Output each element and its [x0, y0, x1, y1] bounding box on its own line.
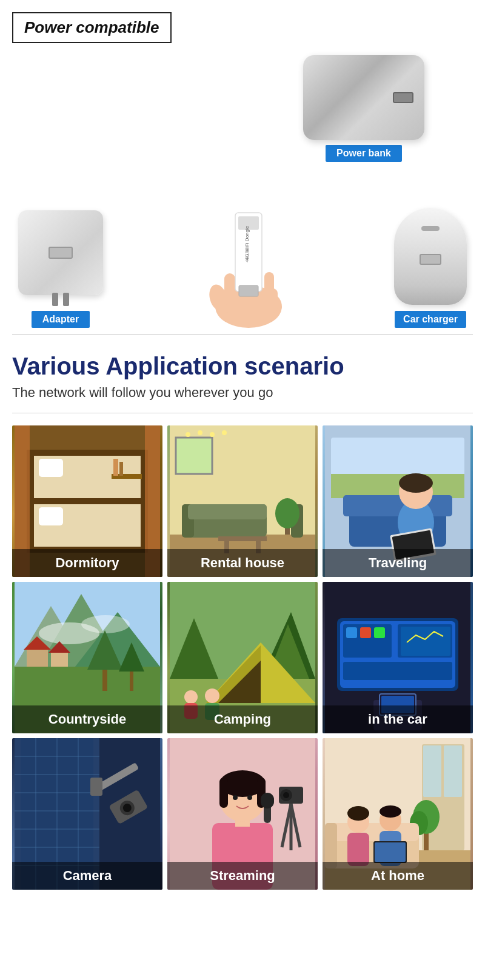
svg-rect-47: [331, 474, 464, 498]
application-scenario-section: Various Application scenario The network…: [0, 335, 485, 902]
svg-point-121: [247, 795, 252, 800]
svg-rect-14: [27, 498, 148, 504]
car-charger-label: Car charger: [395, 311, 466, 328]
scenario-label-countryside: Countryside: [12, 705, 162, 733]
svg-rect-66: [102, 667, 107, 691]
power-compatible-label: Power compatible: [24, 18, 159, 36]
svg-point-80: [184, 690, 198, 704]
svg-point-52: [399, 473, 433, 493]
adapter-image: [18, 210, 103, 295]
scenario-label-camping: Camping: [167, 705, 318, 733]
scenario-item-traveling: Traveling: [323, 425, 473, 577]
svg-rect-134: [423, 745, 441, 797]
svg-rect-123: [261, 793, 274, 808]
car-charger-usb: [420, 254, 441, 265]
dongle-hand-item: 4G WiFi Dongle 4G LTE: [188, 195, 309, 328]
svg-rect-42: [218, 536, 267, 541]
adapter-prongs: [52, 293, 69, 306]
scenario-label-dormitory: Dormitory: [12, 549, 162, 577]
svg-rect-149: [375, 842, 406, 862]
scenario-item-car: in the car: [323, 582, 473, 733]
app-section-title: Various Application scenario: [12, 353, 473, 380]
scenario-label-streaming: Streaming: [167, 862, 318, 890]
adapter-label: Adapter: [32, 311, 90, 328]
power-bank-item: Power bank: [303, 55, 424, 162]
scenario-item-rental: Rental house: [167, 425, 318, 577]
svg-rect-88: [346, 627, 357, 638]
svg-rect-39: [188, 504, 267, 519]
svg-rect-25: [113, 459, 118, 476]
app-section-subtitle: The network will follow you wherever you…: [12, 385, 473, 401]
prong-right: [63, 293, 69, 306]
scenario-label-rental: Rental house: [167, 549, 318, 577]
scenario-item-streaming: Streaming: [167, 738, 318, 890]
svg-point-120: [233, 795, 238, 800]
svg-rect-26: [119, 462, 123, 476]
scenario-item-home: At home: [323, 738, 473, 890]
bottom-row: Adapter: [12, 195, 473, 328]
prong-left: [52, 293, 58, 306]
scenario-grid: Dormitory: [12, 425, 473, 890]
svg-rect-13: [27, 450, 148, 456]
dongle-hand-image: 4G WiFi Dongle 4G LTE: [188, 195, 309, 328]
adapter-usb-port: [48, 247, 73, 259]
svg-point-60: [81, 615, 130, 633]
svg-rect-64: [51, 652, 68, 667]
svg-point-32: [186, 432, 190, 437]
scenario-label-traveling: Traveling: [323, 549, 473, 577]
svg-rect-118: [219, 778, 228, 808]
svg-rect-30: [176, 438, 212, 474]
scenario-label-car: in the car: [323, 705, 473, 733]
scenario-item-camera: Camera: [12, 738, 162, 890]
scenario-label-camera: Camera: [12, 862, 162, 890]
power-bank-image: [303, 55, 424, 140]
power-compatible-label-box: Power compatible: [12, 12, 172, 43]
svg-rect-87: [343, 662, 452, 680]
svg-point-78: [205, 688, 219, 703]
svg-rect-89: [360, 627, 371, 638]
adapter-item: Adapter: [18, 210, 103, 328]
svg-rect-140: [325, 823, 419, 841]
svg-rect-49: [343, 495, 452, 516]
svg-text:4G LTE: 4G LTE: [245, 248, 249, 262]
svg-rect-90: [374, 627, 385, 638]
car-charger-item: Car charger: [394, 208, 467, 328]
scenario-item-camping: Camping: [167, 582, 318, 733]
svg-rect-21: [39, 507, 63, 525]
svg-point-147: [380, 805, 401, 818]
svg-point-144: [347, 806, 369, 821]
svg-point-33: [198, 430, 202, 435]
scenario-label-home: At home: [323, 862, 473, 890]
power-images-container: Power bank Adapter: [12, 55, 473, 328]
svg-rect-112: [90, 778, 102, 796]
svg-rect-143: [347, 833, 369, 866]
svg-point-126: [283, 792, 289, 798]
power-bank-label: Power bank: [326, 145, 402, 162]
car-charger-image: [394, 208, 467, 305]
svg-point-34: [210, 432, 215, 437]
divider-2: [12, 413, 473, 413]
svg-point-41: [275, 498, 299, 528]
svg-point-35: [222, 430, 227, 435]
scenario-item-dormitory: Dormitory: [12, 425, 162, 577]
svg-rect-62: [27, 648, 48, 667]
svg-rect-9: [239, 285, 258, 296]
svg-rect-135: [444, 745, 462, 797]
svg-rect-68: [130, 670, 133, 691]
power-compatible-section: Power compatible Power bank Adapter: [0, 0, 485, 334]
scenario-item-countryside: Countryside: [12, 582, 162, 733]
svg-rect-20: [39, 459, 63, 477]
